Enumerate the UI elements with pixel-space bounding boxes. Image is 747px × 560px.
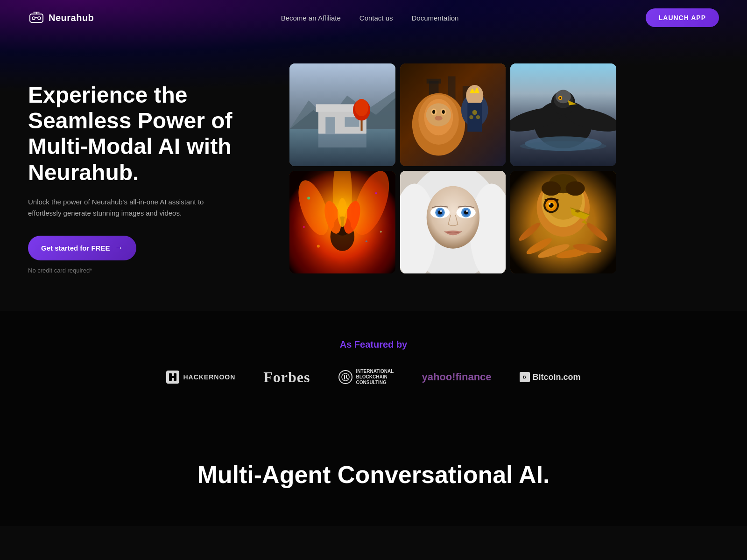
hero-image-6	[510, 171, 616, 273]
hero-image-5-canvas	[400, 171, 506, 273]
svg-point-60	[317, 245, 320, 247]
cta-label: Get started for FREE	[41, 244, 110, 252]
hackernoon-logo: HACKERNOON	[166, 371, 235, 384]
yahoo-exclamation: !	[452, 371, 455, 383]
svg-point-62	[380, 231, 382, 233]
cta-arrow: →	[115, 243, 123, 253]
svg-point-1	[32, 17, 35, 20]
logo: Neurahub	[28, 9, 94, 26]
svg-point-26	[432, 110, 435, 114]
svg-point-32	[472, 110, 477, 115]
hackernoon-brand: HACKERNOON	[166, 371, 235, 384]
hero-image-3	[510, 63, 616, 166]
nav-documentation[interactable]: Documentation	[412, 14, 459, 22]
svg-rect-17	[426, 79, 441, 84]
cta-button[interactable]: Get started for FREE →	[28, 236, 136, 260]
launch-app-button[interactable]: LAUNCH APP	[646, 8, 719, 27]
logo-text: Neurahub	[49, 13, 94, 23]
yahoo-finance-logo: yahoo!finance	[422, 371, 491, 383]
header: Neurahub Become an Affiliate Contact us …	[0, 0, 747, 35]
ibc-text: INTERNATIONAL BLOCKCHAIN CONSULTING	[356, 369, 394, 385]
lion-woman-svg	[400, 63, 506, 166]
house-scene-svg	[289, 63, 395, 166]
svg-point-2	[38, 17, 41, 20]
golden-eagle-svg	[510, 171, 616, 273]
hero-image-1-canvas	[289, 63, 395, 166]
svg-point-61	[303, 226, 305, 228]
hero-image-grid	[289, 63, 616, 273]
hero-title: Experience the Seamless Power of Multi-M…	[28, 82, 271, 185]
svg-point-13	[355, 99, 368, 116]
hackernoon-symbol	[168, 372, 177, 382]
bitcoin-brand: B Bitcoin.com	[520, 372, 581, 382]
svg-point-27	[442, 110, 444, 114]
svg-point-45	[520, 141, 606, 151]
hero-image-6-canvas	[510, 171, 616, 273]
featured-section: As Featured by HACKERNOON Forbes	[0, 311, 747, 423]
hero-content: Experience the Seamless Power of Multi-M…	[28, 63, 271, 274]
hero-image-5	[400, 171, 506, 273]
blue-eyes-svg	[400, 171, 506, 273]
ibc-symbol	[341, 372, 350, 382]
svg-rect-103	[346, 375, 347, 378]
hero-subtitle: Unlock the power of Neurahub's all-in-on…	[28, 196, 233, 219]
hero-image-3-canvas	[510, 63, 616, 166]
bitcoin-symbol: B	[521, 374, 528, 380]
svg-text:B: B	[523, 375, 526, 379]
ibc-brand: INTERNATIONAL BLOCKCHAIN CONSULTING	[338, 369, 394, 385]
svg-point-67	[426, 186, 479, 249]
svg-point-101	[342, 373, 349, 381]
svg-rect-14	[318, 133, 366, 147]
hero-image-2	[400, 63, 506, 166]
svg-point-56	[338, 198, 347, 227]
svg-point-96	[549, 203, 551, 205]
hackernoon-icon	[166, 371, 179, 384]
ibc-icon	[338, 370, 352, 384]
svg-point-97	[575, 210, 580, 212]
bitcoin-text: Bitcoin.com	[533, 372, 581, 382]
bottom-title: Multi-Agent Conversational AI.	[28, 461, 719, 489]
neurahub-logo-icon	[28, 9, 45, 26]
bitcoin-icon: B	[520, 372, 530, 382]
featured-logos-row: HACKERNOON Forbes INTERNATIONAL	[28, 369, 719, 386]
svg-point-59	[366, 240, 367, 242]
svg-point-57	[307, 196, 310, 199]
svg-rect-0	[30, 14, 43, 22]
forbes-logo: Forbes	[263, 369, 310, 386]
hackernoon-text: HACKERNOON	[183, 373, 235, 381]
bottom-section: Multi-Agent Conversational AI.	[0, 423, 747, 526]
svg-point-43	[559, 97, 561, 99]
nav-contact[interactable]: Contact us	[359, 14, 393, 22]
svg-rect-9	[325, 117, 335, 134]
nav-affiliate[interactable]: Become an Affiliate	[281, 14, 341, 22]
svg-point-34	[476, 115, 479, 119]
svg-point-76	[440, 210, 442, 212]
svg-point-91	[566, 181, 585, 196]
yahoo-text: yahoo!finance	[422, 371, 491, 383]
forbes-text: Forbes	[263, 369, 310, 386]
hero-image-4-canvas	[289, 171, 395, 273]
hero-image-4	[289, 171, 395, 273]
svg-point-28	[435, 116, 442, 120]
bitcoin-logo: B Bitcoin.com	[520, 372, 581, 382]
ibc-logo: INTERNATIONAL BLOCKCHAIN CONSULTING	[338, 369, 394, 385]
svg-point-77	[466, 210, 468, 212]
svg-rect-100	[169, 376, 176, 378]
svg-point-33	[469, 115, 473, 119]
svg-point-23	[426, 103, 451, 126]
svg-point-90	[542, 181, 561, 196]
featured-label: As Featured by	[28, 339, 719, 350]
yahoo-brand: yahoo!finance	[422, 371, 491, 383]
hero-image-1	[289, 63, 395, 166]
navigation: Become an Affiliate Contact us Documenta…	[281, 14, 459, 22]
hero-image-2-canvas	[400, 63, 506, 166]
hero-section: Experience the Seamless Power of Multi-M…	[0, 35, 747, 311]
svg-rect-102	[344, 375, 345, 379]
svg-point-58	[375, 192, 377, 194]
no-credit-text: No credit card required*	[28, 267, 271, 274]
fire-woman-svg	[289, 171, 395, 273]
eagle-water-svg	[510, 63, 616, 166]
